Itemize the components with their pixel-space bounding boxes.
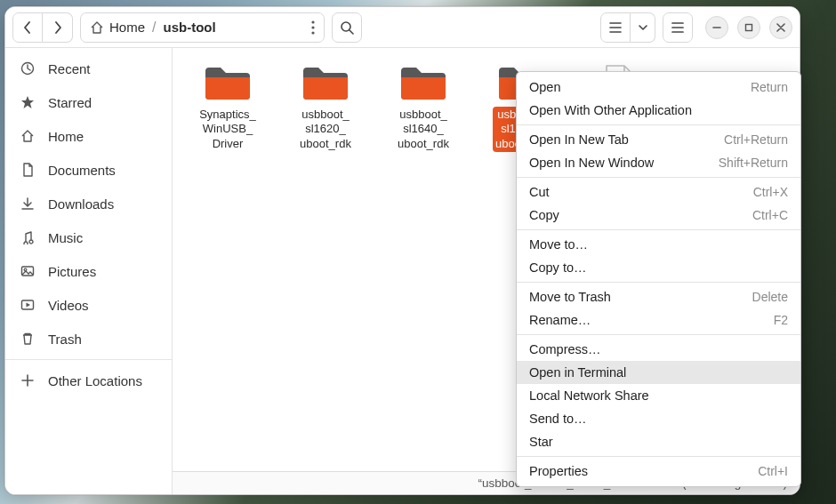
view-dropdown-button[interactable] bbox=[631, 12, 655, 43]
context-menu-item-label: Send to… bbox=[529, 412, 587, 426]
close-button[interactable] bbox=[769, 16, 792, 39]
context-menu-item-label: Move to… bbox=[529, 237, 588, 252]
context-menu-item-label: Properties bbox=[529, 464, 588, 478]
context-menu-item-label: Open In New Window bbox=[529, 156, 654, 170]
minimize-button[interactable] bbox=[705, 16, 728, 39]
path-bar[interactable]: Home / usb-tool bbox=[80, 12, 325, 43]
titlebar: Home / usb-tool bbox=[5, 7, 800, 48]
hamburger-button[interactable] bbox=[663, 12, 693, 43]
music-icon bbox=[20, 230, 36, 244]
context-menu-item-label: Local Network Share bbox=[529, 388, 649, 403]
svg-point-14 bbox=[24, 268, 27, 271]
context-menu-separator bbox=[517, 334, 800, 335]
maximize-icon bbox=[744, 23, 753, 32]
back-button[interactable] bbox=[12, 12, 43, 43]
chevron-left-icon bbox=[23, 21, 32, 34]
minimize-icon bbox=[712, 23, 721, 32]
context-menu-shortcut: F2 bbox=[774, 313, 788, 327]
context-menu[interactable]: OpenReturnOpen With Other ApplicationOpe… bbox=[516, 71, 801, 487]
search-button[interactable] bbox=[332, 12, 362, 43]
sidebar-label: Documents bbox=[48, 163, 116, 178]
sidebar-item-home[interactable]: Home bbox=[5, 119, 172, 153]
documents-icon bbox=[20, 163, 36, 177]
sidebar-separator bbox=[5, 359, 172, 360]
folder-item[interactable]: usbboot_ sl1640_ uboot_rdk bbox=[379, 60, 468, 156]
context-menu-item[interactable]: Move to… bbox=[517, 233, 800, 256]
nav-buttons bbox=[12, 12, 73, 43]
folder-icon bbox=[203, 64, 253, 103]
context-menu-item-label: Open in Terminal bbox=[529, 365, 626, 380]
context-menu-separator bbox=[517, 124, 800, 125]
context-menu-item[interactable]: Open In New TabCtrl+Return bbox=[517, 128, 800, 151]
context-menu-item-label: Compress… bbox=[529, 342, 601, 356]
videos-icon bbox=[20, 298, 36, 312]
folder-icon bbox=[398, 64, 448, 103]
context-menu-item[interactable]: OpenReturn bbox=[517, 76, 800, 99]
view-mode-group bbox=[600, 12, 655, 43]
context-menu-item[interactable]: Rename…F2 bbox=[517, 308, 800, 332]
context-menu-item-label: Rename… bbox=[529, 313, 591, 327]
context-menu-item-label: Copy bbox=[529, 208, 559, 222]
context-menu-item[interactable]: Compress… bbox=[517, 338, 800, 361]
sidebar-item-music[interactable]: Music bbox=[5, 220, 172, 254]
downloads-icon bbox=[20, 196, 36, 211]
context-menu-item[interactable]: Open in Terminal bbox=[517, 361, 800, 384]
plus-icon bbox=[20, 374, 36, 387]
sidebar-item-trash[interactable]: Trash bbox=[5, 322, 172, 356]
sidebar-item-starred[interactable]: Starred bbox=[5, 85, 172, 119]
folder-icon bbox=[301, 64, 350, 103]
sidebar-label: Downloads bbox=[48, 196, 114, 212]
sidebar-label: Music bbox=[48, 230, 83, 245]
context-menu-separator bbox=[517, 177, 800, 178]
clock-icon bbox=[20, 61, 36, 76]
context-menu-item-label: Open With Other Application bbox=[529, 103, 692, 117]
context-menu-item[interactable]: Local Network Share bbox=[517, 384, 800, 407]
sidebar-item-recent[interactable]: Recent bbox=[5, 52, 172, 85]
path-current[interactable]: usb-tool bbox=[163, 20, 215, 35]
sidebar-label: Videos bbox=[48, 298, 89, 313]
home-icon bbox=[90, 20, 104, 35]
list-view-button[interactable] bbox=[600, 12, 631, 43]
sidebar-label: Trash bbox=[48, 332, 82, 347]
context-menu-separator bbox=[517, 456, 800, 457]
context-menu-shortcut: Ctrl+C bbox=[752, 208, 788, 222]
context-menu-item[interactable]: Copy to… bbox=[517, 256, 800, 279]
star-icon bbox=[20, 95, 36, 109]
context-menu-shortcut: Ctrl+I bbox=[758, 464, 788, 478]
context-menu-shortcut: Return bbox=[751, 80, 788, 94]
context-menu-item-label: Cut bbox=[529, 185, 550, 199]
context-menu-item-label: Open bbox=[529, 80, 560, 94]
svg-rect-11 bbox=[746, 24, 752, 30]
folder-label: Synaptics_ WinUSB_ Driver bbox=[197, 107, 259, 152]
context-menu-item[interactable]: CutCtrl+X bbox=[517, 180, 800, 204]
sidebar-item-documents[interactable]: Documents bbox=[5, 153, 172, 187]
context-menu-item-label: Star bbox=[529, 435, 553, 449]
context-menu-shortcut: Ctrl+Return bbox=[724, 132, 788, 147]
path-menu-button[interactable] bbox=[311, 20, 315, 35]
maximize-button[interactable] bbox=[737, 16, 760, 39]
sidebar-item-downloads[interactable]: Downloads bbox=[5, 187, 172, 220]
context-menu-item[interactable]: Open In New WindowShift+Return bbox=[517, 151, 800, 174]
context-menu-item[interactable]: Open With Other Application bbox=[517, 99, 800, 122]
context-menu-item[interactable]: Star bbox=[517, 430, 800, 453]
context-menu-item[interactable]: Send to… bbox=[517, 407, 800, 430]
sidebar: Recent Starred Home Documents Downloads … bbox=[5, 48, 173, 494]
sidebar-item-pictures[interactable]: Pictures bbox=[5, 254, 172, 288]
path-separator: / bbox=[149, 20, 159, 36]
context-menu-item[interactable]: PropertiesCtrl+I bbox=[517, 460, 800, 483]
forward-button[interactable] bbox=[43, 12, 73, 43]
chevron-down-icon bbox=[639, 24, 647, 31]
folder-label: usbboot_ sl1620_ uboot_rdk bbox=[297, 107, 354, 152]
sidebar-item-videos[interactable]: Videos bbox=[5, 288, 172, 322]
close-icon bbox=[776, 23, 785, 32]
sidebar-item-other-locations[interactable]: Other Locations bbox=[5, 364, 172, 397]
folder-item[interactable]: usbboot_ sl1620_ uboot_rdk bbox=[281, 60, 370, 156]
folder-item[interactable]: Synaptics_ WinUSB_ Driver bbox=[183, 60, 272, 156]
sidebar-label: Home bbox=[48, 129, 84, 144]
context-menu-separator bbox=[517, 282, 800, 283]
context-menu-item[interactable]: CopyCtrl+C bbox=[517, 204, 800, 227]
context-menu-item[interactable]: Move to TrashDelete bbox=[517, 285, 800, 308]
sidebar-label: Starred bbox=[48, 95, 92, 110]
context-menu-separator bbox=[517, 229, 800, 230]
path-home[interactable]: Home bbox=[109, 20, 145, 35]
